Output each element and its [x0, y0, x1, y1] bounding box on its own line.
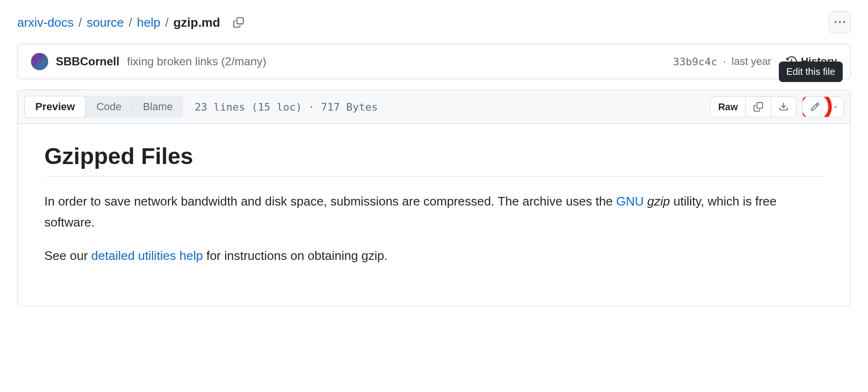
text-emphasis: gzip	[647, 194, 670, 208]
doc-paragraph: In order to save network bandwidth and d…	[44, 191, 824, 233]
caret-down-icon	[833, 104, 838, 110]
commit-author[interactable]: SBBCornell	[56, 55, 119, 68]
more-options-button[interactable]	[829, 11, 851, 33]
breadcrumb-link-help[interactable]: help	[137, 15, 160, 30]
commit-when: last year	[732, 55, 771, 68]
commit-message[interactable]: fixing broken links (2/many)	[127, 55, 266, 68]
edit-group	[802, 96, 844, 117]
view-mode-tabs: Preview Code Blame	[24, 96, 183, 118]
doc-paragraph: See our detailed utilities help for inst…	[44, 245, 824, 266]
pencil-icon	[810, 102, 820, 112]
doc-heading: Gzipped Files	[44, 143, 824, 176]
edit-tooltip: Edit this file	[779, 62, 843, 82]
file-toolbar: Preview Code Blame 23 lines (15 loc) · 7…	[18, 90, 850, 124]
raw-button[interactable]: Raw	[711, 97, 746, 117]
breadcrumb-sep: /	[76, 15, 83, 30]
file-meta: 23 lines (15 loc) · 717 Bytes	[195, 101, 378, 113]
tab-code[interactable]: Code	[86, 96, 132, 118]
download-icon	[779, 102, 788, 112]
dot-sep: ·	[722, 55, 727, 68]
text: In order to save network bandwidth and d…	[44, 194, 616, 208]
file-view-card: Preview Code Blame 23 lines (15 loc) · 7…	[17, 90, 851, 306]
text	[644, 194, 647, 208]
edit-dropdown-button[interactable]	[828, 97, 843, 117]
raw-group: Raw	[710, 96, 796, 117]
commit-sha[interactable]: 33b9c4c	[673, 56, 717, 68]
tab-preview[interactable]: Preview	[24, 96, 86, 118]
text: for instructions on obtaining gzip.	[203, 248, 387, 263]
text: See our	[44, 248, 91, 263]
breadcrumb-sep: /	[163, 15, 170, 30]
copy-raw-button[interactable]	[746, 97, 771, 117]
breadcrumb-link-source[interactable]: source	[87, 15, 124, 30]
tab-blame[interactable]: Blame	[133, 96, 183, 118]
breadcrumb-sep: /	[127, 15, 134, 30]
link-utilities-help[interactable]: detailed utilities help	[91, 248, 203, 263]
breadcrumb-link-repo[interactable]: arxiv-docs	[17, 15, 73, 30]
breadcrumb-current: gzip.md	[173, 15, 220, 30]
link-gnu[interactable]: GNU	[616, 194, 644, 208]
kebab-icon	[835, 17, 845, 28]
copy-path-button[interactable]	[232, 16, 245, 29]
copy-icon	[754, 102, 763, 112]
copy-icon	[233, 17, 244, 28]
avatar[interactable]	[31, 53, 48, 70]
breadcrumb: arxiv-docs / source / help / gzip.md	[17, 15, 245, 30]
file-content: Gzipped Files In order to save network b…	[18, 124, 850, 306]
latest-commit-card: SBBCornell fixing broken links (2/many) …	[17, 44, 851, 79]
edit-file-button[interactable]	[803, 97, 828, 117]
download-raw-button[interactable]	[771, 97, 796, 117]
